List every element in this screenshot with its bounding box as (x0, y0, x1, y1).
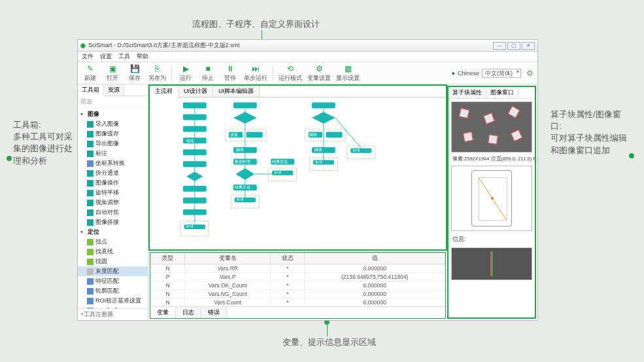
tab-variables[interactable]: 变量 (150, 307, 176, 318)
settings-icon[interactable]: ⚙ (526, 69, 534, 78)
annotation-left: 工具箱: 多种工具可对采集的图像进行处理和分析 (13, 119, 76, 167)
tree-label: 特征匹配 (95, 277, 119, 285)
tree-label: 视角调整 (95, 198, 119, 207)
tree-item[interactable]: 轮廓匹配 (78, 286, 148, 296)
tree-item[interactable]: 自动对焦 (78, 208, 148, 217)
tree-item[interactable]: 导出图像 (78, 139, 148, 149)
svg-text:k=4: k=4 (315, 160, 322, 164)
menu-tools[interactable]: 工具 (118, 52, 130, 61)
tree-label: 找点 (95, 238, 107, 246)
tree-icon (87, 288, 93, 295)
toolbar-运行[interactable]: ▶运行 (177, 64, 194, 82)
tab-resources[interactable]: 资源 (104, 84, 124, 96)
tree-item[interactable]: 灰度匹配 (78, 266, 148, 276)
toolbar-显示设置[interactable]: ▦显示设置 (336, 64, 360, 82)
tree-item[interactable]: 拆分通道 (78, 168, 148, 178)
toolbar-保存[interactable]: 💾保存 (126, 64, 143, 82)
toolbar-单步运行[interactable]: ⏭单步运行 (244, 64, 267, 82)
image-preview-3[interactable] (451, 247, 532, 280)
svg-text:脚本: 脚本 (236, 147, 244, 152)
svg-point-55 (491, 197, 494, 200)
tree-item[interactable]: 特征匹配 (78, 276, 148, 286)
toolbar-label: 单步运行 (244, 74, 267, 82)
tab-error[interactable]: 错误 (201, 307, 227, 318)
tree-icon (87, 259, 93, 265)
toolbar-运行模式[interactable]: ⟲运行模式 (279, 64, 302, 82)
toolbar-打开[interactable]: ▣打开 (104, 64, 121, 82)
minimize-button[interactable]: — (493, 42, 506, 50)
tree-item[interactable]: 找点 (78, 237, 148, 247)
variable-table: 类型变量名状态值NVars.RR*0.000000PVars.P*(2139.6… (150, 253, 445, 306)
tree-icon (87, 298, 93, 304)
tree-label: 轮廓匹配 (95, 287, 119, 295)
menu-file[interactable]: 文件 (82, 52, 93, 61)
flowchart-canvas[interactable]: 锐化 k=4 (150, 98, 446, 249)
toolbar-icon: ▶ (183, 64, 189, 73)
tree-icon (87, 278, 93, 285)
tree-item[interactable]: 找圆 (78, 257, 148, 266)
tree-label: 导入图像 (95, 120, 119, 128)
table-row[interactable]: PVars.P*(2139.646973,750.411804) (151, 273, 445, 281)
maximize-button[interactable]: ▢ (507, 42, 520, 50)
image-preview-1[interactable] (451, 101, 532, 153)
tree-group[interactable]: ▾定位 (78, 227, 148, 237)
toolbar-暂停[interactable]: ⏸暂停 (222, 64, 239, 82)
lang-label: Chinese (458, 70, 479, 77)
toolbar-icon: ⟲ (287, 64, 294, 73)
tree-icon (87, 239, 93, 245)
tree-item[interactable]: 导入图像 (78, 119, 148, 129)
tree-icon (87, 209, 93, 216)
toolbar-icon: ⚙ (316, 64, 323, 73)
tree-icon (87, 151, 93, 157)
tree-item[interactable]: 找直线 (78, 247, 148, 257)
tab-image-window[interactable]: 图像窗口 (486, 87, 518, 98)
tab-toolbox[interactable]: 工具箱 (78, 84, 104, 96)
toolbar-停止[interactable]: ■停止 (199, 64, 216, 82)
toolbox-search[interactable]: 筛选 (78, 96, 148, 108)
table-row[interactable]: NVars.NG_Count*0.000000 (151, 290, 445, 299)
toolbar-另存为[interactable]: ⎘另存为 (148, 64, 166, 82)
svg-text:锐化: 锐化 (186, 138, 194, 143)
tab-ui-script[interactable]: UI脚本编辑器 (213, 86, 260, 97)
svg-text:脚本: 脚本 (314, 147, 322, 152)
close-button[interactable]: ✕ (522, 42, 535, 50)
tab-main-flow[interactable]: 主流程 (150, 86, 178, 98)
toolbar-新建[interactable]: ✎新建 (82, 64, 99, 82)
table-row[interactable]: NVars.Count*6.000000 (151, 299, 445, 307)
table-row[interactable]: NVars.RR*0.000000 (151, 264, 445, 273)
tree-item[interactable]: 坐标系转换 (78, 158, 148, 168)
tree-group[interactable]: ▾图像 (78, 109, 148, 119)
svg-text:设置: 设置 (230, 132, 238, 137)
tree-item[interactable]: 图像拼接 (78, 217, 148, 227)
tab-ui-designer[interactable]: UI设计器 (178, 86, 213, 97)
left-panel: 工具箱 资源 筛选 ▾图像导入图像图像缓存导出图像标注坐标系转换拆分通道图像操作… (78, 84, 148, 320)
svg-text:k=4: k=4 (353, 148, 360, 153)
toolbar-变量设置[interactable]: ⚙变量设置 (307, 64, 331, 82)
tree-icon (87, 219, 93, 226)
tool-register[interactable]: +工具注册器 (78, 308, 148, 320)
tab-log[interactable]: 日志 (176, 307, 201, 318)
tree-item[interactable]: 图像操作 (78, 178, 148, 188)
tab-operator-props[interactable]: 算子块属性 (449, 87, 486, 98)
menu-help[interactable]: 帮助 (137, 52, 148, 61)
lang-select[interactable]: 中文(简体) (482, 69, 521, 78)
toolbar-label: 另存为 (148, 74, 166, 82)
toolbar-icon: ▦ (345, 64, 352, 73)
tree-label: 图像缓存 (95, 130, 119, 138)
svg-text:数据整理: 数据整理 (235, 159, 250, 164)
tree-item[interactable]: 视角调整 (78, 198, 148, 208)
menubar: 文件 设置 工具 帮助 (78, 52, 537, 62)
var-header: 状态 (271, 253, 305, 264)
tree-item[interactable]: 图像缓存 (78, 129, 148, 139)
svg-rect-38 (312, 103, 335, 109)
menu-settings[interactable]: 设置 (100, 52, 112, 61)
tree-item[interactable]: 旋转平移 (78, 188, 148, 198)
tree-item[interactable]: ROI校正基准设置 (78, 296, 148, 306)
image-preview-2[interactable] (451, 166, 532, 231)
svg-text:结果发送: 结果发送 (235, 185, 250, 189)
toolbar-label: 打开 (107, 74, 118, 82)
toolbar-icon: ⏭ (252, 64, 260, 73)
tree-icon (87, 121, 93, 128)
tree-item[interactable]: 标注 (78, 149, 148, 158)
table-row[interactable]: NVars.OK_Count*6.000000 (151, 281, 445, 290)
